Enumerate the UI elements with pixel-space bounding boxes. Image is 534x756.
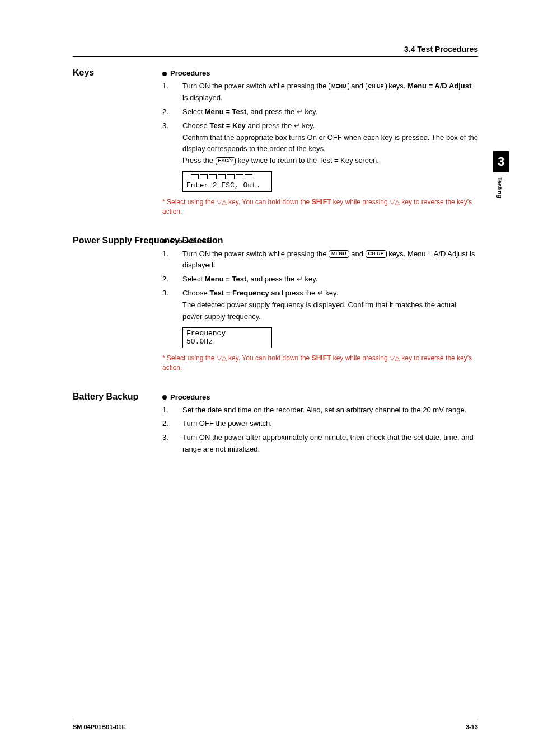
- footnote: * Select using the ▽△ key. You can hold …: [162, 198, 478, 217]
- doc-id: SM 04P01B01-01E: [73, 724, 126, 730]
- lcd-line: Frequency: [186, 329, 268, 338]
- step-number: 2.: [162, 418, 182, 430]
- esc-keycap-icon: ESC/?: [216, 157, 236, 165]
- up-triangle-icon: △: [395, 198, 400, 206]
- step-number: 1.: [162, 81, 182, 104]
- up-triangle-icon: △: [222, 198, 227, 206]
- up-triangle-icon: △: [395, 354, 400, 362]
- step-text: Select Menu = Test, and press the ↵ key.: [182, 274, 478, 285]
- step-text: Set the date and time on the recorder. A…: [182, 405, 478, 416]
- list-item: 2. Select Menu = Test, and press the ↵ k…: [162, 274, 478, 285]
- lcd-line: 50.0Hz: [186, 337, 268, 346]
- step-text: Turn ON the power switch while pressing …: [182, 81, 478, 104]
- list-item: 1. Turn ON the power switch while pressi…: [162, 248, 478, 272]
- lcd-key-boxes-icon: [186, 173, 268, 182]
- page: 3.4 Test Procedures 3 Testing Keys Proce…: [0, 0, 534, 486]
- step-number: 2.: [162, 274, 182, 285]
- down-triangle-icon: ▽: [390, 198, 395, 206]
- procedure-list: 1. Turn ON the power switch while pressi…: [162, 248, 478, 323]
- step-text: Choose Test = Frequency and press the ↵ …: [182, 288, 478, 323]
- down-triangle-icon: ▽: [217, 198, 222, 206]
- step-text: Turn OFF the power switch.: [182, 418, 478, 430]
- list-item: 1. Set the date and time on the recorder…: [162, 405, 478, 416]
- list-item: 3. Turn ON the power after approximately…: [162, 432, 478, 456]
- side-tab: 3 Testing: [493, 151, 509, 198]
- footnote: * Select using the ▽△ key. You can hold …: [162, 354, 478, 373]
- procedures-heading: Procedures: [162, 393, 478, 401]
- step-number: 1.: [162, 405, 182, 416]
- procedure-list: 1. Set the date and time on the recorder…: [162, 405, 478, 456]
- list-item: 3. Choose Test = Key and press the ↵ key…: [162, 120, 478, 167]
- procedures-heading: Procedures: [162, 237, 478, 245]
- down-triangle-icon: ▽: [217, 354, 222, 362]
- step-number: 3.: [162, 120, 182, 167]
- list-item: 1. Turn ON the power switch while pressi…: [162, 81, 478, 104]
- step-number: 2.: [162, 106, 182, 118]
- procedure-list: 1. Turn ON the power switch while pressi…: [162, 81, 478, 167]
- enter-key-icon: ↵: [294, 120, 300, 132]
- side-tab-chapter: 3: [493, 151, 509, 172]
- list-item: 2. Select Menu = Test, and press the ↵ k…: [162, 106, 478, 118]
- enter-key-icon: ↵: [297, 274, 303, 285]
- step-text: Select Menu = Test, and press the ↵ key.: [182, 106, 478, 118]
- enter-key-icon: ↵: [297, 106, 303, 118]
- step-text: Choose Test = Key and press the ↵ key. C…: [182, 120, 478, 167]
- page-footer: SM 04P01B01-01E 3-13: [73, 720, 478, 730]
- running-header: 3.4 Test Procedures: [73, 45, 478, 57]
- lcd-line: Enter 2 ESC, Out.: [186, 181, 268, 190]
- enter-key-icon: ↵: [317, 288, 324, 299]
- step-number: 3.: [162, 432, 182, 456]
- step-text: Turn ON the power switch while pressing …: [182, 248, 478, 272]
- keys-block: Procedures 1. Turn ON the power switch w…: [162, 69, 478, 217]
- bullet-icon: [162, 72, 167, 76]
- chup-keycap-icon: CH UP: [366, 250, 387, 258]
- lcd-display: Frequency 50.0Hz: [182, 327, 272, 348]
- bullet-icon: [162, 395, 167, 400]
- list-item: 2. Turn OFF the power switch.: [162, 418, 478, 430]
- menu-keycap-icon: MENU: [329, 250, 349, 258]
- chup-keycap-icon: CH UP: [366, 83, 387, 91]
- header-section-ref: 3.4 Test Procedures: [404, 45, 478, 54]
- lcd-display: Enter 2 ESC, Out.: [182, 171, 272, 192]
- battery-block: Procedures 1. Set the date and time on t…: [162, 393, 478, 456]
- up-triangle-icon: △: [222, 354, 227, 362]
- bullet-icon: [162, 239, 167, 243]
- step-number: 3.: [162, 288, 182, 323]
- procedures-heading: Procedures: [162, 69, 478, 77]
- down-triangle-icon: ▽: [390, 354, 395, 362]
- menu-keycap-icon: MENU: [329, 83, 349, 91]
- side-tab-label: Testing: [493, 172, 503, 198]
- step-text: Turn ON the power after approximately on…: [182, 432, 478, 456]
- step-number: 1.: [162, 248, 182, 272]
- psfd-block: Procedures 1. Turn ON the power switch w…: [162, 237, 478, 373]
- page-number: 3-13: [466, 724, 478, 730]
- list-item: 3. Choose Test = Frequency and press the…: [162, 288, 478, 323]
